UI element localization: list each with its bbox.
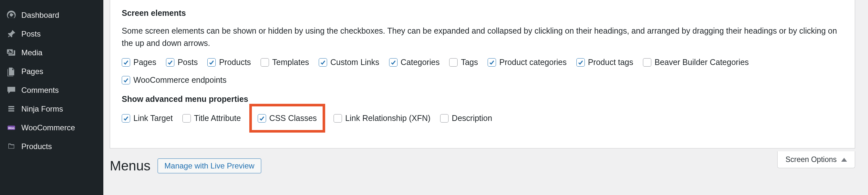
checkbox-label: Link Target [133, 113, 173, 123]
checkbox-option[interactable]: CSS Classes [258, 113, 317, 123]
sidebar-item-comments[interactable]: Comments [0, 81, 103, 100]
checkbox[interactable] [166, 58, 175, 66]
form-icon [6, 104, 17, 114]
checkbox[interactable] [207, 58, 216, 66]
checkbox-option[interactable]: Templates [260, 58, 309, 67]
sidebar-item-ninja-forms[interactable]: Ninja Forms [0, 100, 103, 118]
checkbox[interactable] [643, 58, 651, 66]
screen-elements-description: Some screen elements can be shown or hid… [122, 25, 843, 49]
sidebar-item-posts[interactable]: Posts [0, 25, 103, 43]
checkbox[interactable] [334, 114, 342, 122]
checkbox-option[interactable]: WooCommerce endpoints [122, 75, 227, 85]
checkbox-label: Templates [272, 58, 309, 67]
checkbox[interactable] [488, 58, 496, 66]
checkbox[interactable] [182, 114, 191, 122]
pages-icon [6, 66, 17, 77]
products-icon [6, 141, 17, 152]
checkbox[interactable] [449, 58, 458, 66]
screen-elements-checkboxes: PagesPostsProductsTemplatesCustom LinksC… [122, 58, 843, 85]
admin-sidebar: Dashboard Posts Media Pages Comments Nin… [0, 0, 103, 195]
checkbox[interactable] [577, 58, 585, 66]
sidebar-item-products[interactable]: Products [0, 137, 103, 156]
checkbox-option[interactable]: Product categories [488, 58, 566, 67]
sidebar-label: Comments [21, 86, 59, 95]
checkbox[interactable] [122, 58, 130, 66]
checkbox-option[interactable]: Title Attribute [182, 111, 241, 126]
checkbox[interactable] [122, 76, 130, 84]
sidebar-item-pages[interactable]: Pages [0, 62, 103, 81]
checkbox-option[interactable]: Posts [166, 58, 198, 67]
checkbox-option[interactable]: Categories [389, 58, 440, 67]
gauge-icon [6, 10, 17, 21]
page-title: Menus [110, 158, 151, 174]
checkbox-label: Description [452, 113, 492, 123]
checkbox-option[interactable]: Custom Links [319, 58, 379, 67]
sidebar-label: Media [21, 48, 42, 57]
checkbox-label: WooCommerce endpoints [133, 75, 227, 85]
screen-elements-heading: Screen elements [122, 8, 843, 18]
screen-options-label: Screen Options [785, 155, 837, 164]
checkbox-label: Pages [133, 58, 156, 67]
checkbox[interactable] [260, 58, 269, 66]
svg-text:Woo: Woo [8, 127, 14, 130]
main-content: Screen elements Some screen elements can… [103, 0, 868, 195]
chevron-up-icon [841, 158, 847, 162]
checkbox-label: Beaver Builder Categories [655, 58, 749, 67]
manage-live-preview-button[interactable]: Manage with Live Preview [158, 159, 261, 173]
checkbox-option[interactable]: Product tags [577, 58, 633, 67]
checkbox-option[interactable]: Products [207, 58, 251, 67]
checkbox-label: Product tags [588, 58, 633, 67]
sidebar-label: Dashboard [21, 11, 59, 20]
checkbox[interactable] [122, 114, 130, 122]
checkbox-option[interactable]: Link Target [122, 111, 173, 126]
checkbox-option[interactable]: Pages [122, 58, 156, 67]
sidebar-label: Products [21, 142, 52, 151]
sidebar-label: Posts [21, 29, 41, 38]
sidebar-label: Ninja Forms [21, 105, 63, 113]
checkbox-label: Product categories [499, 58, 566, 67]
checkbox[interactable] [258, 114, 266, 122]
checkbox[interactable] [319, 58, 327, 66]
checkbox-label: Categories [401, 58, 440, 67]
checkbox-label: Products [219, 58, 251, 67]
screen-options-panel: Screen elements Some screen elements can… [110, 0, 855, 148]
page-header: Menus Manage with Live Preview [110, 158, 855, 174]
advanced-props-heading: Show advanced menu properties [122, 94, 843, 104]
woo-icon: Woo [6, 122, 17, 133]
checkbox[interactable] [389, 58, 398, 66]
sidebar-label: Pages [21, 67, 43, 76]
checkbox-option[interactable]: Tags [449, 58, 478, 67]
checkbox-label: Posts [178, 58, 198, 67]
checkbox-label: Tags [461, 58, 478, 67]
checkbox-label: Custom Links [330, 58, 379, 67]
screen-options-toggle[interactable]: Screen Options [777, 151, 855, 168]
media-icon [6, 47, 17, 58]
advanced-props-checkboxes: Link TargetTitle AttributeCSS ClassesLin… [122, 111, 843, 126]
comment-icon [6, 85, 17, 96]
sidebar-item-dashboard[interactable]: Dashboard [0, 6, 103, 25]
sidebar-label: WooCommerce [21, 123, 75, 132]
sidebar-item-media[interactable]: Media [0, 43, 103, 62]
highlighted-option: CSS Classes [249, 104, 325, 133]
checkbox-option[interactable]: Beaver Builder Categories [643, 58, 749, 67]
checkbox[interactable] [440, 114, 448, 122]
checkbox-label: Title Attribute [194, 113, 241, 123]
sidebar-item-woocommerce[interactable]: Woo WooCommerce [0, 118, 103, 137]
checkbox-option[interactable]: Link Relationship (XFN) [334, 111, 430, 126]
checkbox-label: Link Relationship (XFN) [345, 113, 430, 123]
checkbox-label: CSS Classes [269, 113, 317, 123]
pin-icon [6, 28, 17, 39]
checkbox-option[interactable]: Description [440, 111, 492, 126]
